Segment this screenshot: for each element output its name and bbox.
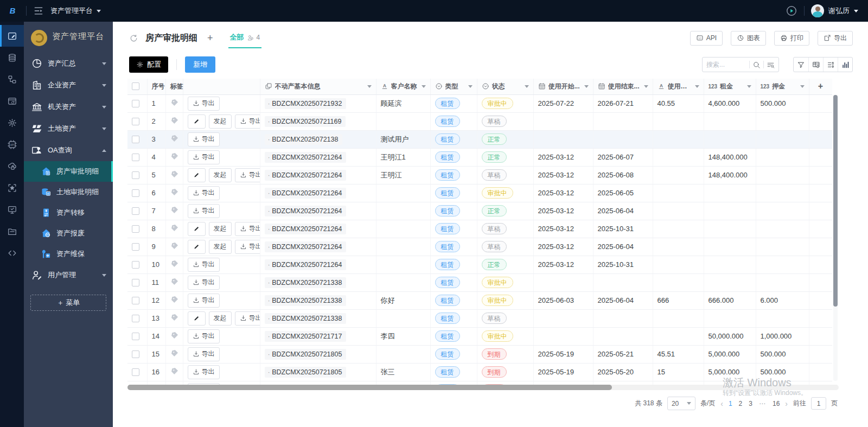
export-button[interactable]: 导出 (188, 276, 220, 290)
initiate-button[interactable]: 发起 (209, 240, 232, 254)
tag-icon[interactable] (170, 134, 179, 143)
select-all-checkbox[interactable] (132, 82, 139, 90)
page-1[interactable]: 1 (729, 400, 732, 407)
row-checkbox[interactable] (132, 118, 139, 125)
rail-item-org-chart[interactable] (0, 68, 24, 90)
row-checkbox[interactable] (132, 207, 139, 215)
asset-code-chip[interactable]: BDZCMX20250721264 (265, 224, 347, 234)
export-button[interactable]: 导出 (188, 347, 220, 361)
sidebar-collapse-icon[interactable] (33, 5, 44, 16)
edit-button[interactable] (188, 222, 206, 236)
rail-item-code[interactable] (0, 242, 24, 264)
asset-code-chip[interactable]: BDZCMX20250721264 (265, 206, 347, 216)
rail-item-star-badge[interactable] (0, 177, 24, 199)
export-button[interactable]: 导出 (235, 168, 260, 182)
page-16[interactable]: 16 (773, 400, 780, 407)
column-sort-icon[interactable] (800, 85, 805, 88)
header-button-图表[interactable]: 图表 (731, 31, 766, 46)
tag-icon[interactable] (170, 170, 179, 179)
export-button[interactable]: 导出 (235, 240, 260, 254)
asset-code-chip[interactable]: BDZCMX20250721805 (265, 349, 347, 360)
header-button-打印[interactable]: 打印 (774, 31, 809, 46)
initiate-button[interactable]: 发起 (209, 114, 232, 129)
row-checkbox[interactable] (132, 261, 139, 269)
product-switcher[interactable]: 资产管理平台 (50, 6, 101, 16)
sidebar-group-1[interactable]: 企业资产 (24, 74, 113, 96)
export-button[interactable]: 导出 (188, 365, 220, 379)
column-sort-icon[interactable] (525, 85, 529, 88)
tag-icon[interactable] (170, 116, 179, 125)
export-button[interactable]: 导出 (235, 311, 260, 326)
page-2[interactable]: 2 (739, 400, 743, 407)
rail-item-dashboard-edit[interactable] (0, 25, 24, 47)
tab-all[interactable]: 全部 4 (228, 28, 262, 48)
row-checkbox[interactable] (132, 154, 139, 161)
sidebar-group-2[interactable]: 机关资产 (24, 96, 113, 118)
asset-code-chip[interactable]: BDZCMX20250721264 (265, 241, 347, 252)
vertical-scrollbar[interactable] (833, 95, 838, 381)
asset-code-chip[interactable]: BDZCMX20250721338 (265, 313, 347, 324)
header-button-导出[interactable]: 导出 (818, 31, 853, 46)
horizontal-scrollbar-thumb[interactable] (127, 385, 612, 390)
chart-view-button[interactable] (838, 58, 852, 72)
refresh-icon[interactable] (129, 34, 138, 43)
asset-code-chip[interactable]: BDZCMX2025072138 (265, 134, 343, 145)
new-button[interactable]: 新增 (185, 56, 215, 73)
asset-code-chip[interactable]: BDZCMX20250721717 (265, 331, 347, 342)
tag-icon[interactable] (170, 206, 179, 214)
column-sort-icon[interactable] (468, 85, 473, 88)
rail-item-database[interactable] (0, 47, 24, 68)
next-page-button[interactable]: › (784, 399, 788, 408)
filter-button[interactable] (794, 58, 808, 72)
tag-icon[interactable] (170, 259, 179, 268)
tag-icon[interactable] (170, 313, 179, 322)
page-size-select[interactable]: 20 (667, 397, 695, 410)
goto-page-input[interactable] (811, 397, 826, 410)
sidebar-group-0[interactable]: 资产汇总 (24, 53, 113, 74)
rail-item-window-refresh[interactable] (0, 90, 24, 112)
table-settings-button[interactable] (808, 58, 823, 72)
tag-icon[interactable] (170, 188, 179, 196)
export-button[interactable]: 导出 (188, 329, 220, 343)
add-view-button[interactable]: + (207, 33, 213, 44)
initiate-button[interactable]: 发起 (209, 168, 232, 182)
initiate-button[interactable]: 发起 (209, 222, 232, 236)
export-button[interactable]: 导出 (235, 222, 260, 236)
sidebar-item-4[interactable]: 资产维保 (24, 244, 113, 264)
sidebar-group-3[interactable]: 土地资产 (24, 118, 113, 139)
asset-code-chip[interactable]: BDZCMX20250721169 (265, 116, 346, 127)
sidebar-group-4[interactable]: OA查询 (24, 139, 113, 161)
row-checkbox[interactable] (132, 225, 139, 233)
row-checkbox[interactable] (132, 297, 139, 304)
rail-item-cloud-lock[interactable] (0, 155, 24, 177)
asset-code-chip[interactable]: BDZCMX20250721264 (265, 152, 347, 163)
tag-icon[interactable] (170, 367, 179, 375)
add-column-button[interactable]: + (818, 81, 823, 91)
sidebar-item-1[interactable]: 租土地审批明细 (24, 182, 113, 202)
user-menu[interactable]: 谢弘历 (811, 4, 858, 17)
tag-icon[interactable] (170, 241, 179, 250)
asset-code-chip[interactable]: BDZCMX20250721264 (265, 259, 347, 270)
sidebar-item-2[interactable]: ¥资产转移 (24, 202, 113, 223)
edit-button[interactable] (188, 168, 206, 182)
asset-code-chip[interactable]: BDZCMX20250721264 (265, 188, 347, 199)
rail-item-settings-gear[interactable] (0, 112, 24, 133)
sidebar-item-3[interactable]: 资产报废 (24, 223, 113, 244)
header-button-api[interactable]: API (690, 31, 723, 46)
vertical-scrollbar-thumb[interactable] (833, 95, 838, 307)
asset-code-chip[interactable]: BDZCMX20250721932 (265, 98, 347, 109)
play-circle-icon[interactable] (786, 5, 797, 17)
search-input[interactable] (706, 61, 746, 68)
asset-code-chip[interactable]: BDZCMX20250721338 (265, 295, 347, 306)
page-ellipsis[interactable]: ⋯ (759, 400, 766, 407)
column-sort-icon[interactable] (747, 85, 751, 88)
export-button[interactable]: 导出 (188, 294, 220, 308)
export-button[interactable]: 导出 (188, 150, 220, 164)
export-button[interactable]: 导出 (188, 132, 220, 146)
asset-code-chip[interactable]: BDZCMX20250721338 (265, 277, 347, 288)
page-3[interactable]: 3 (749, 400, 752, 407)
rail-item-folder[interactable] (0, 220, 24, 242)
edit-button[interactable] (188, 114, 206, 129)
row-checkbox[interactable] (132, 243, 139, 251)
export-button[interactable]: 导出 (188, 258, 220, 272)
